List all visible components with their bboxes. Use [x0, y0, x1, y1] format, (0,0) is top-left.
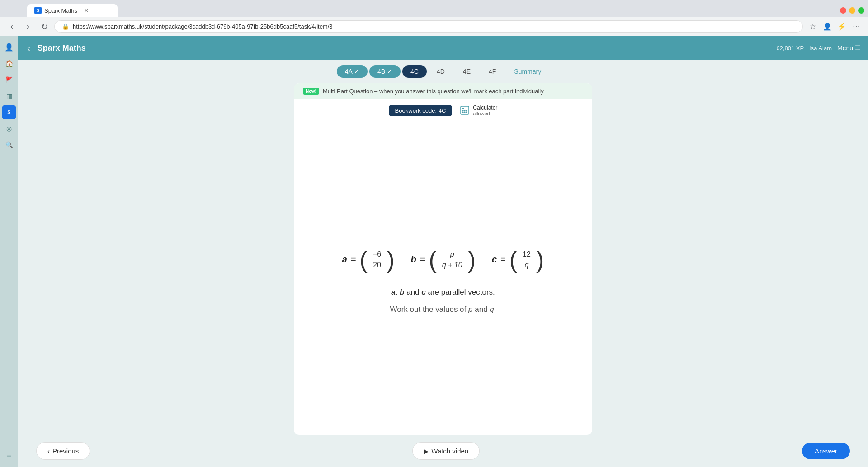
parallel-statement: a, b and c are parallel vectors.	[391, 288, 495, 297]
video-icon: ▶	[424, 448, 429, 455]
refresh-button[interactable]: ↻	[38, 20, 51, 33]
sidebar-icon-flag[interactable]: 🚩	[2, 72, 16, 87]
back-button[interactable]: ‹	[5, 20, 18, 33]
svg-point-6	[464, 112, 465, 113]
right-paren-a: )	[387, 248, 394, 272]
matrix-c-values: 12 q	[521, 250, 533, 269]
sidebar-icon-home[interactable]: 🏠	[2, 56, 16, 71]
svg-point-3	[464, 110, 465, 111]
vectors-display: a = ( −6 20 ) b =	[342, 248, 544, 272]
svg-point-2	[462, 110, 463, 111]
math-content: a = ( −6 20 ) b =	[294, 122, 592, 435]
question-meta: Bookwork code: 4C	[294, 99, 592, 122]
vector-a: a = ( −6 20 )	[342, 248, 395, 272]
tab-4F[interactable]: 4F	[481, 65, 504, 78]
tab-4C[interactable]: 4C	[402, 65, 427, 78]
hamburger-icon: ☰	[855, 44, 861, 52]
vector-c-label: c	[492, 254, 497, 265]
address-bar[interactable]: 🔒 https://www.sparxmaths.uk/student/pack…	[54, 20, 803, 33]
window-close-btn[interactable]	[840, 7, 846, 14]
tab-close-icon[interactable]: ✕	[84, 7, 89, 14]
app-header: ‹ Sparx Maths 62,801 XP Isa Alam Menu ☰	[18, 36, 868, 60]
answer-button[interactable]: Answer	[802, 443, 850, 459]
xp-display: 62,801 XP	[776, 45, 804, 52]
previous-button[interactable]: ‹ Previous	[36, 442, 90, 460]
right-paren-b: )	[468, 248, 476, 272]
vector-b-label: b	[410, 254, 416, 265]
bookmark-btn[interactable]: ☆	[807, 20, 819, 33]
watch-video-button[interactable]: ▶ Watch video	[412, 442, 480, 460]
tab-4B[interactable]: 4B ✓	[369, 65, 401, 78]
vector-b-bottom: q + 10	[442, 261, 462, 269]
left-paren-a: (	[360, 248, 368, 272]
profile-btn[interactable]: 👤	[821, 20, 834, 33]
calculator-sublabel: allowed	[473, 111, 490, 116]
chevron-left-icon: ‹	[47, 447, 50, 455]
matrix-b-values: p q + 10	[440, 250, 464, 269]
svg-point-4	[466, 110, 467, 111]
equals-b: =	[420, 254, 425, 265]
bottom-bar: ‹ Previous ▶ Watch video Answer	[18, 435, 868, 467]
sidebar-icon-add[interactable]: +	[2, 449, 16, 463]
left-paren-b: (	[429, 248, 436, 272]
tab-title: Sparx Maths	[44, 7, 77, 14]
forward-button[interactable]: ›	[22, 20, 34, 33]
window-minimize-btn[interactable]	[849, 7, 855, 14]
svg-point-5	[462, 112, 463, 113]
lock-icon: 🔒	[62, 23, 69, 30]
right-paren-c: )	[536, 248, 544, 272]
banner-text: Multi Part Question – when you answer th…	[323, 88, 544, 95]
question-card: New! Multi Part Question – when you answ…	[294, 83, 592, 435]
vector-c-bottom: q	[525, 261, 529, 269]
sidebar-icon-circle[interactable]: ◎	[2, 121, 16, 136]
calculator-badge: Calculator allowed	[459, 105, 497, 116]
tab-navigation: 4A ✓ 4B ✓ 4C 4D 4E 4F Summary	[18, 60, 868, 83]
window-maximize-btn[interactable]	[858, 7, 864, 14]
sidebar-icon-avatar[interactable]: 👤	[2, 40, 16, 54]
tab-summary[interactable]: Summary	[506, 65, 549, 78]
calculator-label: Calculator	[473, 105, 497, 111]
matrix-a-values: −6 20	[371, 250, 383, 269]
extensions-btn[interactable]: ⚡	[835, 20, 848, 33]
vector-a-label: a	[342, 254, 347, 265]
sidebar-icon-grid[interactable]: ▦	[2, 89, 16, 103]
equals-a: =	[351, 254, 356, 265]
vector-b-top: p	[450, 250, 454, 258]
svg-point-7	[466, 112, 467, 113]
more-btn[interactable]: ⋯	[850, 20, 863, 33]
vector-b: b = ( p q + 10 )	[410, 248, 476, 272]
sidebar: 👤 🏠 🚩 ▦ S ◎ 🔍 +	[0, 36, 18, 467]
sidebar-icon-search[interactable]: 🔍	[2, 138, 16, 152]
header-back-button[interactable]: ‹	[25, 41, 32, 55]
work-out-statement: Work out the values of p and q.	[390, 305, 496, 314]
new-badge: New!	[303, 88, 319, 95]
url-text: https://www.sparxmaths.uk/student/packag…	[73, 23, 333, 30]
app-title: Sparx Maths	[38, 43, 86, 53]
svg-rect-1	[462, 108, 464, 109]
bookwork-code: Bookwork code: 4C	[389, 105, 453, 116]
user-display: Isa Alam	[809, 45, 832, 52]
left-paren-c: (	[509, 248, 517, 272]
tab-4A[interactable]: 4A ✓	[337, 65, 368, 78]
vector-c-top: 12	[523, 250, 531, 258]
sparx-favicon: S	[34, 7, 42, 14]
menu-button[interactable]: Menu ☰	[837, 44, 861, 52]
sidebar-icon-sparx[interactable]: S	[2, 105, 16, 119]
tab-4E[interactable]: 4E	[455, 65, 479, 78]
calculator-icon	[459, 105, 470, 116]
equals-c: =	[500, 254, 506, 265]
multi-part-banner: New! Multi Part Question – when you answ…	[294, 83, 592, 99]
vector-c: c = ( 12 q )	[492, 248, 544, 272]
tab-4D[interactable]: 4D	[429, 65, 453, 78]
vector-a-top: −6	[373, 250, 381, 258]
vector-a-bottom: 20	[373, 261, 381, 269]
